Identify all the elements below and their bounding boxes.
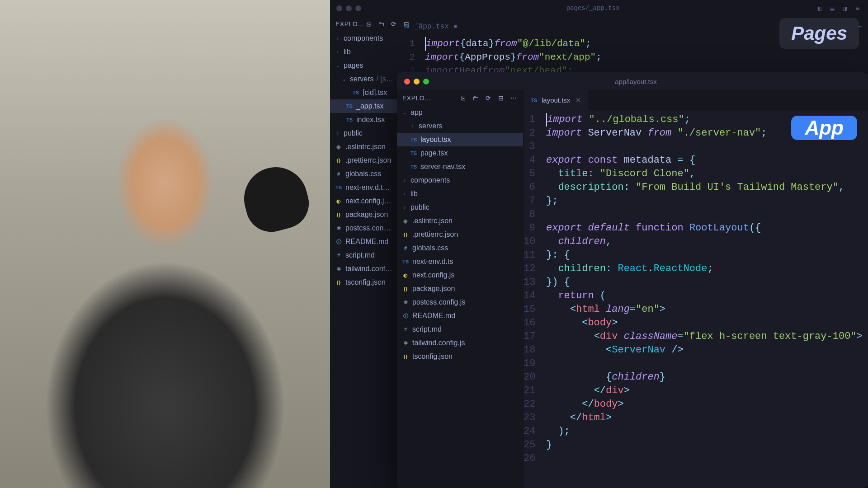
code-line[interactable]: 12 children: React.ReactNode; [524, 262, 868, 276]
file-prettierrc[interactable]: {}.prettierrc.json [397, 228, 523, 241]
bg-layout-icons[interactable]: ◧ ⬓ ◨ ⊞ [816, 4, 862, 12]
close-icon[interactable] [336, 5, 342, 11]
refresh-icon[interactable]: ⟳ [484, 94, 492, 102]
code-line[interactable]: 8 [524, 208, 868, 221]
fg-tab-bar[interactable]: TS layout.tsx ✕ [524, 90, 868, 110]
file-tsconfig[interactable]: {}tsconfig.json [330, 276, 398, 289]
folder-components[interactable]: ›components [397, 174, 523, 187]
code-line[interactable]: 9export default function RootLayout({ [524, 221, 868, 235]
file-postcss[interactable]: ✱postcss.con… [330, 221, 398, 235]
file-package[interactable]: {}package.json [330, 208, 398, 221]
code-line[interactable]: 19 [524, 357, 868, 371]
file-nextconfig[interactable]: ◐next.config.js [397, 268, 523, 282]
fg-tab-layout[interactable]: TS layout.tsx ✕ [524, 90, 588, 110]
code-line[interactable]: 22 </body> [524, 398, 868, 411]
code-line[interactable]: 5 title: "Discord Clone", [524, 167, 868, 181]
folder-lib[interactable]: ›lib [330, 45, 398, 59]
fg-traffic-lights[interactable] [404, 79, 429, 84]
more-icon[interactable]: ⋯ [509, 94, 518, 102]
line-number: 18 [524, 343, 546, 357]
line-number: 23 [524, 411, 546, 425]
folder-app[interactable]: ⌄app [397, 106, 523, 119]
file-globals-css[interactable]: #globals.css [330, 167, 398, 181]
file-index[interactable]: TSindex.tsx [330, 113, 398, 127]
file-server-nav-tsx[interactable]: TSserver-nav.tsx [397, 160, 523, 174]
code-line[interactable]: 15 <html lang="en"> [524, 303, 868, 316]
code-line[interactable]: 6 description: "From Build UI's Tailwind… [524, 181, 868, 194]
folder-pages[interactable]: ⌄pages [330, 59, 398, 72]
file-nextenv[interactable]: TSnext-env.d.ts [397, 255, 523, 268]
new-folder-icon[interactable]: 🗀 [472, 94, 480, 102]
code-line[interactable]: 10 children, [524, 235, 868, 249]
folder-components[interactable]: ›components [330, 32, 398, 45]
file-nextenv[interactable]: TSnext-env.d.t… [330, 181, 398, 194]
file-tsconfig[interactable]: {}tsconfig.json [397, 350, 523, 363]
close-tab-icon[interactable]: ✕ [576, 96, 581, 104]
bg-tab-label[interactable]: _app.tsx [414, 23, 449, 31]
folder-public[interactable]: ›public [330, 127, 398, 140]
code-line[interactable]: 20 {children} [524, 371, 868, 384]
file-eslintrc[interactable]: ◉.eslintrc.json [330, 140, 398, 154]
code-line[interactable]: 7}; [524, 194, 868, 208]
file-tailwind[interactable]: ✱tailwind.config.js [397, 336, 523, 350]
folder-lib[interactable]: ›lib [397, 187, 523, 201]
code-line[interactable]: 13}) { [524, 276, 868, 289]
file-layout-tsx[interactable]: TSlayout.tsx [397, 133, 523, 146]
collapse-icon[interactable]: ⊟ [497, 94, 505, 102]
refresh-icon[interactable]: ⟳ [390, 20, 398, 28]
close-icon[interactable] [404, 79, 410, 84]
line-number: 5 [524, 167, 546, 181]
minimize-icon[interactable] [346, 5, 352, 11]
bg-traffic-lights[interactable] [336, 5, 361, 11]
file-tailwind[interactable]: ✱tailwind.conf… [330, 262, 398, 276]
file-readme[interactable]: ⓘREADME.md [330, 235, 398, 249]
file-script-md[interactable]: #script.md [397, 323, 523, 336]
minimize-icon[interactable] [414, 79, 420, 84]
folder-servers[interactable]: ›servers [397, 119, 523, 133]
new-folder-icon[interactable]: 🗀 [377, 20, 385, 28]
folder-public[interactable]: ›public [397, 201, 523, 214]
code-line[interactable]: 11}: { [524, 249, 868, 262]
line-number: 15 [524, 303, 546, 316]
new-file-icon[interactable]: ⎘ [459, 94, 467, 102]
file-globals-css[interactable]: #globals.css [397, 241, 523, 255]
file-app-tsx[interactable]: TS_app.tsx [330, 99, 398, 113]
file-readme[interactable]: ⓘREADME.md [397, 309, 523, 323]
code-line[interactable]: 24 ); [524, 425, 868, 438]
code-line[interactable]: 16 <body> [524, 316, 868, 330]
file-script-md[interactable]: #script.md [330, 249, 398, 262]
code-line[interactable]: 14 return ( [524, 289, 868, 303]
bg-explorer-label: EXPLO… [335, 20, 364, 28]
code-line[interactable]: 21 </div> [524, 384, 868, 398]
fg-editor-area: TS layout.tsx ✕ App 1import "../globals.… [524, 90, 868, 488]
code-line[interactable]: 18 <ServerNav /> [524, 343, 868, 357]
zoom-icon[interactable] [423, 79, 429, 84]
grid-icon[interactable]: ⊞ [854, 4, 862, 12]
bg-file-tree[interactable]: ›components ›lib ⌄pages ⌄servers / [s… T… [330, 32, 398, 289]
file-eslintrc[interactable]: ◉.eslintrc.json [397, 214, 523, 228]
panel-left-icon[interactable]: ◧ [816, 4, 824, 12]
folder-servers[interactable]: ⌄servers / [s… [330, 72, 398, 86]
zoom-icon[interactable] [355, 5, 361, 11]
file-page-tsx[interactable]: TSpage.tsx [397, 146, 523, 160]
code-line[interactable]: 4export const metadata = { [524, 154, 868, 167]
file-package[interactable]: {}package.json [397, 282, 523, 296]
presenter-silhouette [7, 81, 323, 488]
code-line[interactable]: 26 [524, 452, 868, 465]
fg-file-tree[interactable]: ⌄app ›servers TSlayout.tsx TSpage.tsx TS… [397, 106, 523, 363]
panel-right-icon[interactable]: ◨ [841, 4, 849, 12]
fg-code-editor[interactable]: App 1import "../globals.css";2import Ser… [524, 110, 868, 488]
line-number: 17 [524, 330, 546, 343]
bg-explorer-header: EXPLO… ⎘ 🗀 ⟳ ⊟ ⋯ [330, 16, 398, 32]
code-line[interactable]: 3 [524, 140, 868, 154]
file-postcss[interactable]: ✱postcss.config.js [397, 296, 523, 309]
code-line[interactable]: 23 </html> [524, 411, 868, 425]
file-nextconfig[interactable]: ◐next.config.j… [330, 194, 398, 208]
code-line[interactable]: 25} [524, 438, 868, 452]
panel-bottom-icon[interactable]: ⬓ [828, 4, 836, 12]
file-cid[interactable]: TS[cid].tsx [330, 86, 398, 99]
file-prettierrc[interactable]: {}.prettierrc.json [330, 154, 398, 167]
new-file-icon[interactable]: ⎘ [364, 20, 373, 28]
code-line[interactable]: 17 <div className="flex h-screen text-gr… [524, 330, 868, 343]
line-number: 7 [524, 194, 546, 208]
